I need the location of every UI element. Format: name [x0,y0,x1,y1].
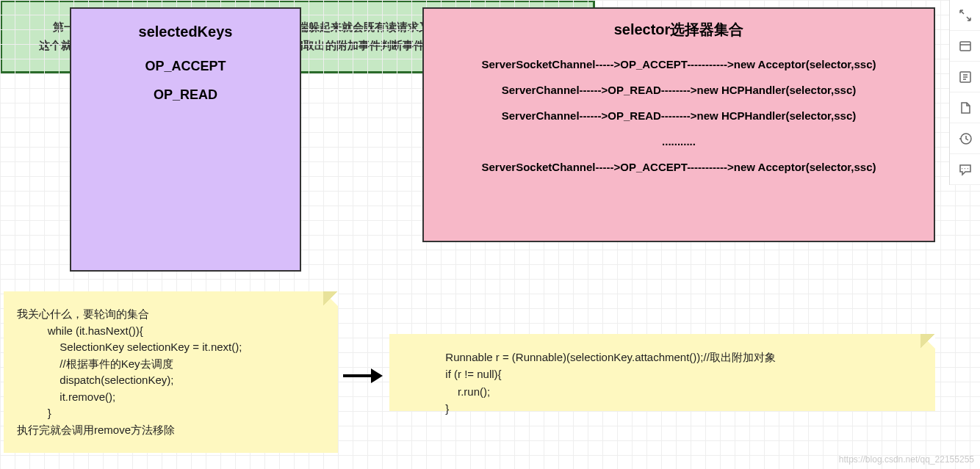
watermark: https://blog.csdn.net/qq_22155255 [839,454,974,465]
selector-collection-box: selector选择器集合 ServerSocketChannel----->O… [422,7,935,242]
selector-line-1: ServerSocketChannel----->OP_ACCEPT------… [424,58,934,70]
layout-button[interactable] [950,31,980,62]
page-icon [958,101,973,115]
selector-line-2: ServerChannel------>OP_READ-------->new … [424,84,934,96]
selected-keys-title: selectedKeys [71,23,300,40]
code-note-right: Runnable r = (Runnable)(selectionKey.att… [389,334,935,411]
selector-collection-title: selector选择器集合 [424,20,934,40]
code-note-left: 我关心什么，要轮询的集合 while (it.hasNext()){ Selec… [4,291,338,453]
layout-icon [958,39,973,54]
arrow-head [371,368,383,383]
op-accept-label: OP_ACCEPT [71,59,300,74]
selector-line-5: ServerSocketChannel----->OP_ACCEPT------… [424,161,934,173]
reader-button[interactable] [950,62,980,92]
side-toolbar: ··· [949,0,980,185]
history-button[interactable] [950,123,980,154]
flow-arrow [343,368,383,383]
page-button[interactable] [950,92,980,123]
op-read-label: OP_READ [71,87,300,103]
code-note-left-text: 我关心什么，要轮询的集合 while (it.hasNext()){ Selec… [17,308,242,436]
svg-rect-0 [960,42,970,51]
expand-icon [958,8,973,23]
code-note-right-text: Runnable r = (Runnable)(selectionKey.att… [403,351,776,415]
history-icon [958,131,973,146]
selector-line-4: ........... [424,135,934,148]
arrow-line [343,374,372,377]
selector-line-3: ServerChannel------>OP_READ-------->new … [424,109,934,122]
expand-button[interactable] [950,0,980,31]
comment-dots: ··· [961,164,969,172]
comment-button[interactable]: ··· [950,154,980,185]
reader-icon [958,70,973,84]
selected-keys-box: selectedKeys OP_ACCEPT OP_READ [70,7,301,272]
